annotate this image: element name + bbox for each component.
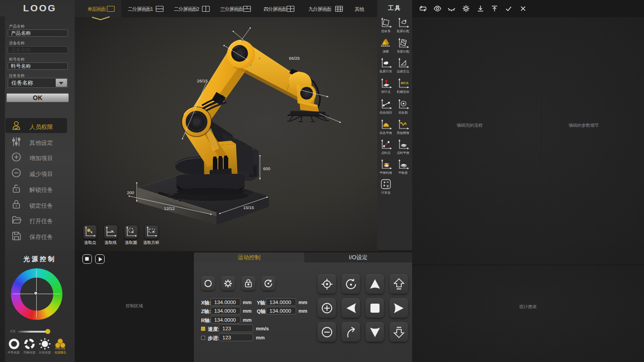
svg-text:MCS: MCS [401,81,409,85]
svg-text:200: 200 [127,190,134,195]
svg-text:66/25: 66/25 [289,56,300,61]
svg-text:12/12: 12/12 [164,206,175,211]
svg-text:600: 600 [263,166,270,171]
svg-text:26/15: 26/15 [197,78,208,83]
svg-text:RGBC光源: RGBC光源 [55,347,66,350]
svg-text:15/15: 15/15 [243,205,254,210]
